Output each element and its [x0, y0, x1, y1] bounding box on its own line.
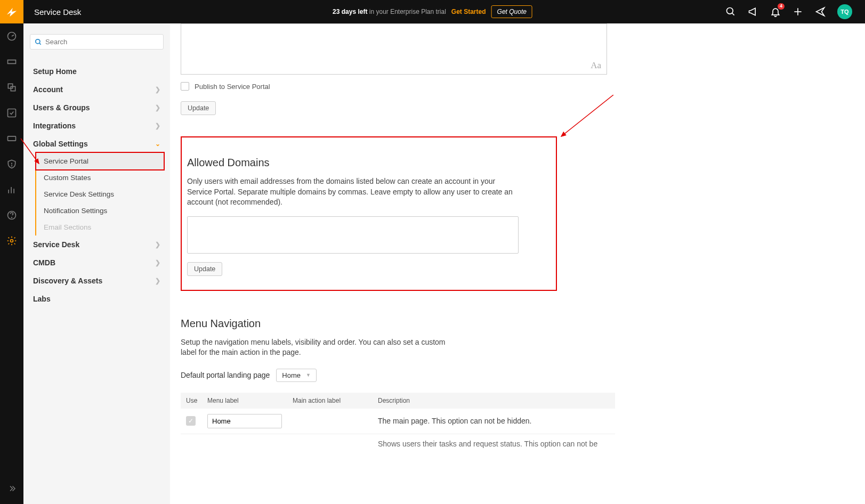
svg-point-10: [12, 166, 12, 166]
nav-account[interactable]: Account❯: [30, 80, 164, 99]
text-format-icon[interactable]: Aa: [591, 60, 601, 71]
search-icon: [35, 38, 42, 46]
topbar-actions: 4 TQ: [725, 4, 865, 19]
publish-checkbox[interactable]: [181, 82, 189, 91]
svg-point-18: [36, 39, 40, 43]
allowed-domains-description: Only users with email addresses from the…: [187, 176, 518, 208]
chart-icon[interactable]: [6, 184, 17, 195]
plus-icon[interactable]: [793, 6, 803, 17]
notification-badge: 4: [778, 3, 785, 10]
nav-label: Discovery & Assets: [33, 277, 102, 285]
nav-label: Global Settings: [33, 140, 88, 148]
svg-point-15: [12, 217, 12, 218]
landing-page-label: Default portal landing page: [181, 371, 270, 379]
settings-sidebar: Setup Home Account❯ Users & Groups❯ Inte…: [23, 23, 170, 475]
sidebar-search[interactable]: [30, 34, 164, 50]
nav-global-settings[interactable]: Global Settings⌄: [30, 135, 164, 153]
menu-navigation-section: Menu Navigation Setup the navigation men…: [181, 318, 607, 453]
nav-integrations[interactable]: Integrations❯: [30, 117, 164, 135]
settings-icon[interactable]: [6, 235, 17, 246]
allowed-domains-input[interactable]: [187, 216, 519, 254]
rich-text-editor[interactable]: Aa: [181, 23, 607, 75]
trial-rest: in your Enterprise Plan trial: [367, 8, 446, 15]
chevron-right-icon: ❯: [155, 241, 160, 248]
publish-checkbox-row: Publish to Service Portal: [181, 82, 607, 91]
global-settings-sublist: Service Portal Custom States Service Des…: [35, 153, 164, 235]
svg-point-16: [11, 240, 13, 242]
nav-label: CMDB: [33, 258, 55, 267]
sub-service-portal[interactable]: Service Portal: [36, 153, 164, 169]
top-bar: Service Desk 23 days left in your Enterp…: [0, 0, 865, 23]
shield-icon[interactable]: [6, 159, 17, 169]
th-use: Use: [186, 397, 207, 404]
nav-label: Account: [33, 85, 63, 94]
app-logo[interactable]: [0, 0, 23, 23]
chevron-right-icon: ❯: [155, 104, 160, 111]
menu-nav-description: Setup the navigation menu labels, visibi…: [181, 337, 447, 358]
landing-page-row: Default portal landing page Home ▼: [181, 369, 607, 382]
nav-discovery-assets[interactable]: Discovery & Assets❯: [30, 272, 164, 290]
check-icon[interactable]: [6, 108, 17, 118]
assets-icon[interactable]: [6, 82, 17, 93]
update-button[interactable]: Update: [181, 101, 216, 115]
svg-line-20: [561, 95, 613, 136]
user-avatar[interactable]: TQ: [837, 4, 852, 19]
nav-setup-home[interactable]: Setup Home: [30, 62, 164, 80]
landing-page-value: Home: [282, 371, 301, 379]
help-icon[interactable]: [6, 210, 17, 221]
svg-point-0: [727, 8, 733, 14]
dashboard-icon[interactable]: [6, 31, 17, 42]
sub-email-sections[interactable]: Email Sections: [36, 219, 164, 235]
chevron-right-icon: ❯: [155, 277, 160, 284]
allowed-domains-section: Allowed Domains Only users with email ad…: [181, 136, 557, 291]
nav-labs[interactable]: Labs: [30, 290, 164, 308]
app-title: Service Desk: [34, 7, 81, 17]
th-description: Description: [378, 397, 610, 404]
bell-icon[interactable]: 4: [770, 6, 781, 17]
nav-label: Integrations: [33, 121, 76, 130]
trial-days: 23 days left: [333, 8, 367, 15]
allowed-domains-title: Allowed Domains: [187, 157, 551, 169]
nav-label: Labs: [33, 295, 51, 303]
menu-label-input[interactable]: [207, 414, 282, 428]
table-header: Use Menu label Main action label Descrip…: [181, 393, 615, 409]
chevron-down-icon: ⌄: [155, 140, 160, 148]
chevron-right-icon: ❯: [155, 122, 160, 129]
ticket-icon[interactable]: [6, 56, 17, 67]
nav-users-groups[interactable]: Users & Groups❯: [30, 99, 164, 117]
annotation-arrow-box: [555, 95, 619, 148]
chevron-right-icon: ❯: [155, 86, 160, 93]
update-domains-button[interactable]: Update: [187, 262, 222, 276]
get-started-link[interactable]: Get Started: [451, 8, 486, 15]
nav-cmdb[interactable]: CMDB❯: [30, 254, 164, 272]
row-description: The main page. This option can not be hi…: [378, 417, 610, 425]
nav-rail: [0, 23, 23, 475]
svg-line-19: [39, 43, 41, 44]
search-icon[interactable]: [725, 6, 736, 17]
main-content: Aa Publish to Service Portal Update Allo…: [170, 23, 618, 475]
landing-page-select[interactable]: Home ▼: [276, 369, 317, 382]
nav-label: Service Desk: [33, 240, 79, 249]
chevron-right-icon: ❯: [155, 259, 160, 266]
menu-nav-title: Menu Navigation: [181, 318, 607, 330]
row-description: Shows users their tasks and request stat…: [378, 440, 610, 448]
nav-label: Users & Groups: [33, 103, 90, 112]
chevron-down-icon: ▼: [306, 372, 311, 378]
sub-service-desk-settings[interactable]: Service Desk Settings: [36, 186, 164, 202]
megaphone-icon[interactable]: [748, 6, 758, 17]
send-icon[interactable]: [815, 6, 826, 17]
sub-notification-settings[interactable]: Notification Settings: [36, 202, 164, 219]
svg-line-1: [732, 13, 734, 15]
nav-service-desk[interactable]: Service Desk❯: [30, 235, 164, 254]
trial-banner: 23 days left in your Enterprise Plan tri…: [333, 5, 532, 18]
search-input[interactable]: [45, 38, 159, 46]
svg-rect-8: [8, 136, 16, 141]
card-icon[interactable]: [6, 133, 17, 144]
th-main-action: Main action label: [293, 397, 378, 404]
get-quote-button[interactable]: Get Quote: [491, 5, 532, 18]
publish-label: Publish to Service Portal: [195, 83, 270, 91]
svg-rect-7: [8, 109, 16, 117]
row-use-checkbox[interactable]: ✓: [186, 416, 196, 426]
sub-custom-states[interactable]: Custom States: [36, 169, 164, 186]
table-row: ✓ The main page. This option can not be …: [181, 409, 615, 434]
